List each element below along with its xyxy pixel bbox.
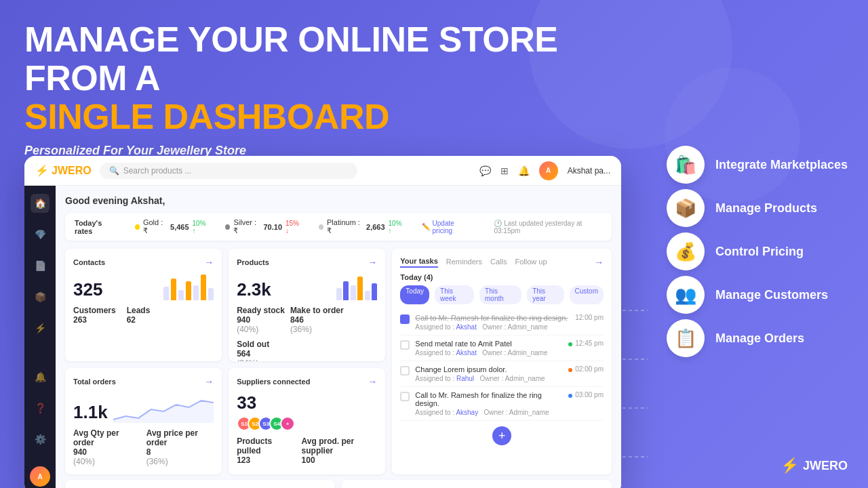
hero-section: MANAGE YOUR ONLINE STORE FROM A SINGLE D… — [24, 20, 635, 158]
dashboard-sidebar: 🏠 💎 📄 📦 ⚡ 🔔 ❓ ⚙️ A — [24, 186, 56, 488]
sidebar-avatar[interactable]: A — [30, 466, 50, 487]
task-meta-1: Assigned to : Akshat Owner : Admin_name — [415, 323, 570, 331]
platinum-rate: Platinum : ₹ 2,663 10% ↑ — [319, 218, 406, 235]
jwero-lightning: ⚡ — [781, 457, 799, 474]
tab-reminders[interactable]: Reminders — [446, 258, 482, 267]
gold-label: Gold : ₹ — [143, 218, 167, 235]
task-item-2: Send metal rate to Amit Patel Assigned t… — [400, 336, 604, 361]
add-task-btn[interactable]: + — [492, 426, 511, 445]
task-checkbox-1[interactable] — [400, 314, 410, 324]
pricing-icon: 💰 — [667, 232, 705, 270]
feature-products: 📦 Manage Products — [667, 189, 848, 227]
products-arrow[interactable]: → — [368, 257, 377, 268]
tab-your-tasks[interactable]: Your tasks — [400, 257, 437, 268]
filter-this-year[interactable]: This year — [527, 285, 564, 304]
sidebar-bell[interactable]: 🔔 — [31, 367, 50, 386]
bar-7 — [208, 288, 214, 300]
filter-custom[interactable]: Custom — [570, 285, 604, 304]
suppliers-card: Suppliers connected → 33 S1 S2 S3 S4 + — [229, 368, 385, 474]
tab-followup[interactable]: Follow up — [515, 258, 547, 267]
filter-today[interactable]: Today — [400, 285, 429, 304]
sidebar-settings[interactable]: ⚙️ — [31, 430, 50, 449]
task-text-4: Call to Mr. Ramesh for finalize the ring… — [415, 391, 563, 407]
rates-title: Today's rates — [75, 219, 119, 235]
orders-title: Total orders — [73, 378, 116, 386]
sidebar-gem[interactable]: 💎 — [31, 225, 50, 244]
rates-timestamp: 🕐 Last updated yesterday at 03:15pm — [494, 220, 602, 235]
bar-2 — [171, 279, 176, 300]
contacts-title: Contacts — [73, 258, 105, 266]
chat-icon[interactable]: 💬 — [479, 165, 491, 176]
products-total: 2.3k — [237, 279, 271, 300]
bottom-row: Welcome #Retailer name → Live visitors → — [65, 480, 612, 488]
contacts-arrow[interactable]: → — [204, 257, 214, 268]
avg-qty-label: Avg Qty per order — [73, 428, 136, 447]
sidebar-flash[interactable]: ⚡ — [31, 319, 50, 338]
avg-prod-label: Avg prod. per supplier — [302, 436, 378, 455]
platinum-value: 2,663 — [366, 223, 385, 231]
sidebar-help[interactable]: ❓ — [31, 399, 50, 418]
task-checkbox-3[interactable] — [400, 366, 410, 375]
task-item-4: Call to Mr. Ramesh for finalize the ring… — [400, 387, 604, 421]
make-to-order-value: 846 (36%) — [290, 315, 344, 334]
tasks-tabs: Your tasks Reminders Calls Follow up → — [400, 257, 604, 268]
welcome-arrow[interactable]: → — [317, 485, 327, 488]
sold-out-value: 564 (24%) — [237, 349, 269, 361]
silver-rate: Silver : ₹ 70.10 15% ↓ — [225, 218, 302, 235]
dashboard-main: Good evening Akshat, Today's rates Gold … — [56, 186, 621, 488]
user-name: Akshat pa... — [568, 166, 610, 176]
customers-icon: 👥 — [667, 276, 705, 314]
platinum-change: 10% ↑ — [389, 220, 406, 235]
task-time-1: 12:00 pm — [575, 314, 604, 321]
task-time-3: 02:00 pm — [575, 365, 604, 373]
sidebar-box[interactable]: 📦 — [31, 287, 50, 306]
dashboard-body: 🏠 💎 📄 📦 ⚡ 🔔 ❓ ⚙️ A Good evening Akshat, … — [24, 186, 621, 488]
suppliers-total: 33 — [237, 392, 295, 413]
task-dot-4 — [568, 394, 572, 398]
suppliers-arrow[interactable]: → — [368, 376, 377, 387]
sup-avatar-5: + — [280, 416, 295, 431]
sidebar-home[interactable]: 🏠 — [31, 194, 50, 213]
silver-dot — [225, 224, 230, 230]
orders-arrow[interactable]: → — [204, 376, 214, 387]
filter-this-month[interactable]: This month — [479, 285, 521, 304]
silver-value: 70.10 — [263, 223, 282, 231]
sidebar-doc[interactable]: 📄 — [31, 256, 50, 275]
task-item-1: Call to Mr. Ramesh for finalize the ring… — [400, 310, 604, 336]
sold-out-label: Sold out — [237, 340, 269, 349]
products-card: Products → 2.3k — [229, 249, 385, 361]
products-label: Manage Products — [715, 201, 817, 216]
customers-value: 263 — [73, 315, 116, 325]
task-item-3: Change Lorem ipsum dolor. Assigned to : … — [400, 361, 604, 387]
search-bar[interactable]: 🔍 Search products ... — [100, 163, 357, 179]
total-orders-card: Total orders → 1.1k — [65, 368, 222, 474]
filter-this-week[interactable]: This week — [435, 285, 474, 304]
live-arrow[interactable]: → — [594, 485, 604, 488]
customers-label: Customers — [73, 306, 116, 315]
task-content-2: Send metal rate to Amit Patel Assigned t… — [415, 340, 563, 357]
orders-total: 1.1k — [73, 402, 108, 423]
pricing-label: Control Pricing — [715, 245, 804, 259]
tasks-arrow[interactable]: → — [594, 257, 604, 268]
bar-6 — [201, 274, 206, 300]
user-avatar[interactable]: A — [539, 161, 558, 180]
update-pricing-btn[interactable]: ✏️ Update pricing — [422, 220, 473, 235]
search-icon: 🔍 — [109, 166, 119, 176]
task-checkbox-2[interactable] — [400, 340, 410, 350]
platinum-label: Platinum : ₹ — [327, 218, 363, 235]
bell-icon[interactable]: 🔔 — [518, 165, 530, 176]
make-to-order-stat: Make to order 846 (36%) — [290, 306, 344, 334]
task-text-1: Call to Mr. Ramesh for finalize the ring… — [415, 314, 570, 322]
feature-integrate: 🛍️ Integrate Marketplaces — [667, 146, 848, 184]
task-dot-2 — [568, 342, 572, 346]
welcome-card: Welcome #Retailer name → — [65, 480, 335, 488]
grid-icon[interactable]: ⊞ — [500, 165, 509, 176]
bar-5 — [193, 285, 199, 300]
prod-bar-5 — [365, 291, 370, 300]
tab-calls[interactable]: Calls — [490, 258, 507, 267]
task-checkbox-4[interactable] — [400, 392, 410, 401]
avg-prod-value: 100 — [302, 455, 378, 465]
platinum-dot — [319, 224, 323, 230]
feature-pricing: 💰 Control Pricing — [667, 232, 848, 270]
orders-chart — [113, 392, 214, 423]
